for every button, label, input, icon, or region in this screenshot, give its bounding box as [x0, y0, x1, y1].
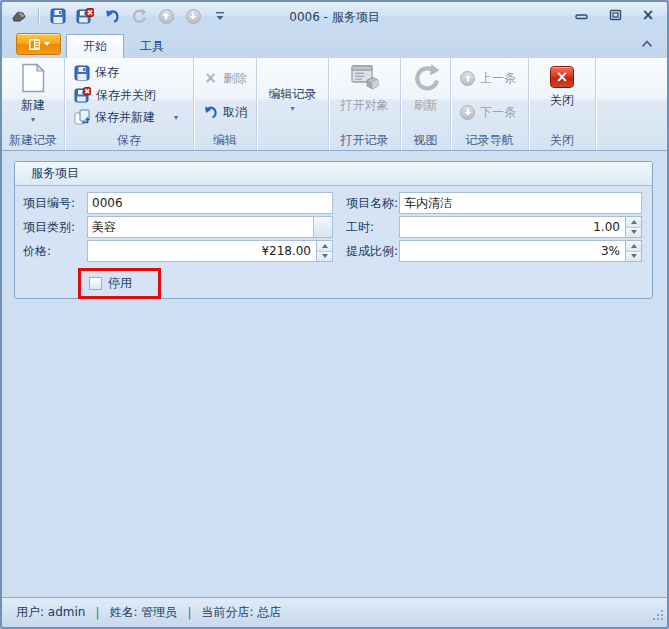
delete-button: × 删除: [200, 68, 250, 89]
refresh-icon: [411, 63, 441, 93]
group-label-view: 视图: [403, 131, 448, 150]
save-and-new-caret-icon: ▾: [174, 113, 178, 122]
save-button[interactable]: 保存: [71, 62, 187, 83]
save-and-new-icon: [74, 109, 90, 125]
status-branch: 当前分店: 总店: [201, 604, 281, 621]
previous-record-button: 上一条: [457, 68, 522, 89]
disabled-checkbox[interactable]: [89, 277, 102, 290]
status-name: 姓名: 管理员: [110, 604, 178, 621]
tab-home[interactable]: 开始: [66, 34, 124, 58]
group-label-save: 保存: [67, 131, 191, 150]
save-and-new-button[interactable]: 保存并新建 ▾: [71, 107, 187, 128]
edit-record-button[interactable]: 编辑记录 ▾: [265, 59, 321, 131]
work-hours-value[interactable]: [400, 217, 625, 237]
highlight-box: 停用: [78, 268, 161, 299]
commission-spinner[interactable]: [399, 240, 642, 262]
spin-down-icon[interactable]: [626, 252, 641, 262]
app-window: 0006 - 服务项目: [0, 0, 669, 629]
price-value[interactable]: [88, 241, 316, 261]
form-row-2: 项目类别: 工时:: [23, 216, 644, 238]
work-hours-spinner[interactable]: [399, 216, 642, 238]
minimize-icon[interactable]: [573, 7, 591, 23]
close-window-button[interactable]: × 关闭: [535, 59, 589, 131]
combobox-dropdown-icon[interactable]: [313, 217, 332, 237]
item-code-label: 项目编号:: [23, 195, 87, 212]
window-controls: ×: [573, 7, 657, 23]
item-category-label: 项目类别:: [23, 219, 87, 236]
title-bar: 0006 - 服务项目: [2, 2, 667, 30]
tab-tools[interactable]: 工具: [124, 34, 180, 58]
group-label-new-record: 新建记录: [4, 131, 62, 150]
ribbon-collapse-icon[interactable]: [639, 38, 655, 50]
spin-down-icon[interactable]: [626, 228, 641, 238]
commission-value[interactable]: [400, 241, 625, 261]
delete-x-icon: ×: [203, 71, 218, 85]
ribbon-group-save: 保存 保存并关闭 保存并新建 ▾ 保存: [65, 58, 194, 150]
groupbox-title: 服务项目: [15, 162, 652, 186]
spinner-buttons: [625, 217, 641, 237]
resize-grip[interactable]: [652, 609, 664, 624]
group-label-close: 关闭: [531, 131, 593, 150]
ribbon-group-edit: × 删除 取消 编辑: [194, 58, 257, 150]
ribbon-group-new-record: 新建 ▾ 新建记录: [2, 58, 65, 150]
quick-access-toolbar: [10, 6, 229, 26]
item-category-combobox[interactable]: [87, 216, 333, 238]
spin-up-icon[interactable]: [317, 241, 332, 252]
new-button[interactable]: 新建 ▾: [6, 59, 60, 131]
price-spinner[interactable]: [87, 240, 333, 262]
form-row-1: 项目编号: 项目名称:: [23, 192, 644, 214]
app-icon: [10, 7, 28, 25]
ribbon-filler: [596, 58, 667, 150]
item-code-input[interactable]: [87, 192, 333, 214]
save-and-close-button[interactable]: 保存并关闭: [71, 85, 187, 106]
previous-arrow-icon: [460, 71, 475, 86]
redo-icon-disabled: [130, 7, 148, 25]
spinner-buttons: [625, 241, 641, 261]
open-object-button: 打开对象: [337, 59, 393, 131]
group-label-record-navigation: 记录导航: [453, 131, 526, 150]
item-name-input[interactable]: [399, 192, 642, 214]
save-and-close-icon: [74, 87, 91, 103]
new-dropdown-caret-icon: ▾: [31, 116, 35, 124]
app-menu-icon: [28, 38, 41, 51]
restore-icon[interactable]: [606, 7, 624, 23]
status-separator: |: [187, 606, 191, 620]
open-object-icon: [350, 63, 380, 93]
close-icon[interactable]: ×: [639, 7, 657, 23]
save-icon[interactable]: [49, 7, 67, 25]
ribbon-group-edit-record: 编辑记录 ▾: [257, 58, 329, 150]
price-label: 价格:: [23, 243, 87, 260]
close-red-x-icon: ×: [550, 66, 574, 88]
undo-icon[interactable]: [103, 7, 121, 25]
app-menu-caret-icon: [44, 42, 50, 46]
spin-up-icon[interactable]: [626, 217, 641, 228]
spin-down-icon[interactable]: [317, 252, 332, 262]
qat-separator: [38, 8, 39, 24]
ribbon: 新建 ▾ 新建记录 保存 保存并关闭: [2, 58, 667, 151]
spinner-buttons: [316, 241, 332, 261]
previous-record-icon-disabled: [157, 7, 175, 25]
ribbon-tab-row: 开始 工具: [2, 30, 667, 58]
status-separator: |: [95, 606, 99, 620]
qat-customize-icon[interactable]: [211, 7, 229, 25]
item-category-value[interactable]: [88, 217, 313, 237]
cancel-undo-icon: [203, 104, 218, 120]
application-menu-button[interactable]: [16, 33, 61, 55]
ribbon-group-close: × 关闭 关闭: [529, 58, 596, 150]
spin-up-icon[interactable]: [626, 241, 641, 252]
group-label-edit-record: [259, 131, 326, 150]
save-and-close-icon[interactable]: [76, 7, 94, 25]
ribbon-group-open-record: 打开对象 打开记录: [329, 58, 401, 150]
form-row-4: 停用: [78, 268, 161, 299]
form-row-3: 价格: 提成比例:: [23, 240, 644, 262]
cancel-button[interactable]: 取消: [200, 102, 250, 123]
form-area: 服务项目 项目编号: 项目名称: 项目类别: 工时:: [2, 151, 667, 597]
group-label-open-record: 打开记录: [331, 131, 398, 150]
commission-label: 提成比例:: [346, 243, 399, 260]
disabled-checkbox-label: 停用: [108, 275, 132, 292]
status-bar: 用户: admin | 姓名: 管理员 | 当前分店: 总店: [2, 597, 667, 627]
save-icon: [74, 65, 90, 81]
ribbon-tabs: 开始 工具: [66, 34, 180, 58]
refresh-button: 刷新: [399, 59, 453, 131]
work-hours-label: 工时:: [346, 219, 399, 236]
